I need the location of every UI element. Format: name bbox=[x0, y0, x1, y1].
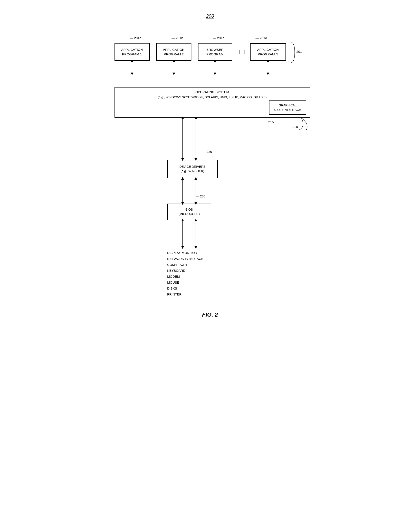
ref-230: — 230 bbox=[196, 194, 205, 198]
ref-201c: — 201c bbox=[213, 36, 225, 40]
hw-disks: DISKS bbox=[167, 285, 203, 291]
app1-box: APPLICATIONPROGRAM 1 bbox=[114, 43, 150, 61]
os-title: OPERATING SYSTEM bbox=[118, 90, 306, 94]
hw-printer: PRINTER bbox=[167, 291, 203, 297]
os-subtitle: (e.g., WINDOWS 9X/NT/2000/XP, SOLARIS, U… bbox=[118, 95, 306, 100]
figure-number-top: 200 bbox=[108, 13, 312, 19]
ref-201: 201 bbox=[296, 50, 302, 53]
hw-display-monitor: DISPLAY MONITOR bbox=[167, 250, 203, 256]
fig-caption: FIG. 2 bbox=[108, 311, 312, 318]
diagram: APPLICATIONPROGRAM 1 APPLICATIONPROGRAM … bbox=[108, 30, 312, 305]
gui-box: GRAPHICALUSER INTERFACE bbox=[269, 100, 306, 115]
appN-box: APPLICATIONPROGRAM N bbox=[250, 43, 286, 61]
hardware-list: DISPLAY MONITOR NETWORK INTERFACE COMM P… bbox=[167, 250, 203, 297]
ellipsis-label: [...] bbox=[239, 49, 245, 54]
ref-215: 215 bbox=[268, 120, 274, 124]
browser-label: BROWSERPROGRAM bbox=[206, 47, 224, 56]
hw-mouse: MOUSE bbox=[167, 280, 203, 285]
ref-210: 210 bbox=[292, 125, 298, 129]
browser-box: BROWSERPROGRAM bbox=[198, 43, 232, 61]
ref-220: — 220 bbox=[202, 150, 212, 153]
bios-box: BIOS(MICROCODE) bbox=[167, 204, 211, 220]
ref-201a: — 201a bbox=[130, 36, 142, 40]
os-box: OPERATING SYSTEM (e.g., WINDOWS 9X/NT/20… bbox=[114, 87, 310, 118]
ref-201b: — 201b bbox=[172, 36, 183, 40]
gui-label: GRAPHICALUSER INTERFACE bbox=[274, 103, 301, 112]
hw-modem: MODEM bbox=[167, 273, 203, 280]
ellipsis-box: [...] bbox=[236, 43, 248, 61]
app2-box: APPLICATIONPROGRAM 2 bbox=[156, 43, 191, 61]
hw-comm-port: COMM PORT bbox=[167, 262, 203, 268]
app1-label: APPLICATIONPROGRAM 1 bbox=[121, 47, 143, 56]
bios-label: BIOS(MICROCODE) bbox=[179, 208, 200, 216]
ref-201d: — 201d bbox=[255, 36, 267, 40]
hw-network-interface: NETWORK INTERFACE bbox=[167, 256, 203, 262]
app2-label: APPLICATIONPROGRAM 2 bbox=[163, 47, 184, 56]
appN-label: APPLICATIONPROGRAM N bbox=[257, 47, 279, 56]
hw-keyboard: KEYBOARD bbox=[167, 268, 203, 273]
dd-label: DEVICE DRIVERS(e.g., WINSOCK) bbox=[179, 165, 205, 173]
dd-box: DEVICE DRIVERS(e.g., WINSOCK) bbox=[167, 159, 218, 178]
